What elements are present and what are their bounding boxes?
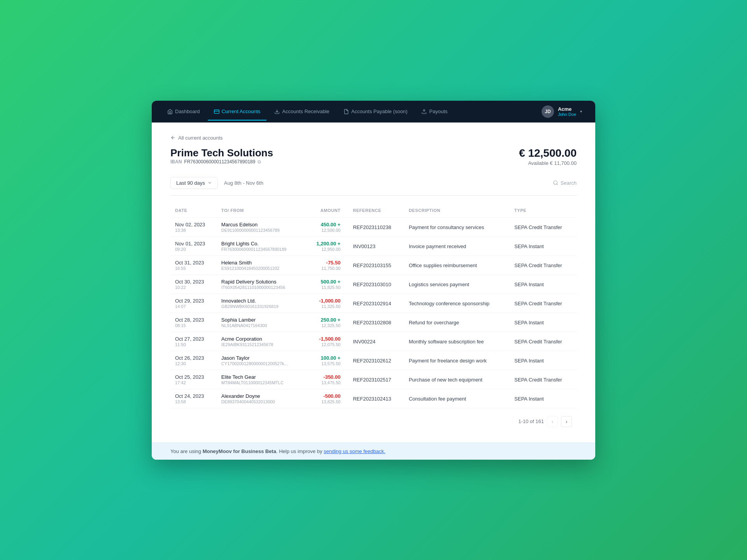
cell-amount: 100.00 + 13,575.50 — [305, 351, 348, 370]
cell-to-from: Helena Smith ES9121000418450200051332 — [217, 256, 305, 275]
date-range-filter[interactable]: Last 90 days — [170, 177, 218, 189]
cell-type: SEPA Credit Transfer — [510, 256, 577, 275]
chevron-down-icon — [207, 180, 212, 185]
user-info: Acme John Doe — [558, 106, 576, 117]
cell-type: SEPA Instant — [510, 236, 577, 256]
cell-description: Invoice payment received — [404, 236, 510, 256]
table-row[interactable]: Oct 29, 2023 14:07 Innovatech Ltd. GB29N… — [170, 294, 577, 313]
cell-reference: REF2023103155 — [348, 256, 404, 275]
cell-amount: -1,000.00 11,325.50 — [305, 294, 348, 313]
nav-items: Dashboard Current Accounts Accounts Rece… — [161, 105, 538, 117]
search-icon — [553, 180, 558, 186]
col-to-from: TO/ FROM — [217, 205, 305, 218]
nav-item-dashboard[interactable]: Dashboard — [161, 105, 206, 117]
download-icon — [274, 109, 280, 114]
account-title: Prime Tech Solutions — [170, 147, 273, 159]
cell-reference: REF2023102808 — [348, 313, 404, 332]
table-row[interactable]: Nov 01, 2023 09:20 Bright Lights Co. FR7… — [170, 236, 577, 256]
cell-description: Logistics services payment — [404, 275, 510, 294]
cell-date: Oct 24, 2023 13:58 — [170, 389, 217, 408]
transactions-table: DATE TO/ FROM AMOUNT REFERENCE DESCRIPTI… — [170, 205, 577, 408]
chevron-down-icon: ▾ — [580, 109, 582, 114]
cell-amount: 1,200.00 + 12,950.00 — [305, 236, 348, 256]
nav-item-payouts[interactable]: Payouts — [415, 105, 454, 117]
cell-date: Oct 27, 2023 11:50 — [170, 332, 217, 351]
cell-reference: INV00224 — [348, 332, 404, 351]
filter-row: Last 90 days Aug 8th - Nov 6th Search — [170, 177, 577, 196]
pagination-label: 1-10 of 161 — [518, 418, 544, 424]
iban-row: IBAN FR7630006000011234567890189 ⧉ — [170, 159, 273, 164]
cell-to-from: Rapid Delivery Solutions IT60X0542811101… — [217, 275, 305, 294]
nav-item-accounts-receivable[interactable]: Accounts Receivable — [268, 105, 335, 117]
col-date: DATE — [170, 205, 217, 218]
user-name: John Doe — [558, 112, 576, 117]
avatar: JD — [542, 105, 554, 118]
home-icon — [167, 109, 173, 114]
cell-amount: 250.00 + 12,325.50 — [305, 313, 348, 332]
user-company: Acme — [558, 106, 576, 112]
user-menu[interactable]: JD Acme John Doe ▾ — [538, 103, 586, 120]
cell-reference: REF2023103010 — [348, 275, 404, 294]
balance-amount: € 12,500.00 — [519, 147, 577, 159]
svg-point-5 — [554, 181, 557, 184]
table-row[interactable]: Oct 26, 2023 12:30 Jason Taylor CY170020… — [170, 351, 577, 370]
cell-date: Nov 01, 2023 09:20 — [170, 236, 217, 256]
cell-reference: REF2023102517 — [348, 370, 404, 389]
nav-item-accounts-payable[interactable]: Accounts Payable (soon) — [337, 105, 414, 117]
copy-icon[interactable]: ⧉ — [258, 159, 261, 164]
search-box[interactable]: Search — [553, 180, 577, 186]
cell-amount: -350.00 13,475.50 — [305, 370, 348, 389]
balance-block: € 12,500.00 Available € 11,700.00 — [519, 147, 577, 166]
cell-date: Oct 29, 2023 14:07 — [170, 294, 217, 313]
credit-card-icon — [214, 109, 219, 114]
svg-line-6 — [557, 184, 558, 185]
balance-available: Available € 11,700.00 — [519, 160, 577, 166]
cell-amount: -500.00 13,825.50 — [305, 389, 348, 408]
cell-amount: -75.50 11,750.00 — [305, 256, 348, 275]
cell-reference: REF2023102612 — [348, 351, 404, 370]
cell-description: Refund for overcharge — [404, 313, 510, 332]
table-row[interactable]: Oct 28, 2023 08:15 Sophia Lamber NL91ABN… — [170, 313, 577, 332]
page-next-button[interactable]: › — [561, 416, 572, 427]
cell-description: Payment for consultancy services — [404, 217, 510, 236]
cell-date: Oct 31, 2023 16:55 — [170, 256, 217, 275]
feedback-link[interactable]: sending us some feedback. — [324, 448, 385, 454]
upload-icon — [421, 109, 427, 114]
col-reference: REFERENCE — [348, 205, 404, 218]
table-row[interactable]: Oct 24, 2023 13:58 Alexander Doyne DE893… — [170, 389, 577, 408]
iban-label: IBAN — [170, 159, 182, 164]
content-area: All current accounts Prime Tech Solution… — [152, 122, 595, 443]
date-range-display: Aug 8th - Nov 6th — [224, 180, 263, 186]
cell-reference: REF2023110238 — [348, 217, 404, 236]
table-row[interactable]: Oct 27, 2023 11:50 Acme Corporation IE29… — [170, 332, 577, 351]
col-amount: AMOUNT — [305, 205, 348, 218]
cell-to-from: Acme Corporation IE29AIBK93115212345678 — [217, 332, 305, 351]
cell-type: SEPA Credit Transfer — [510, 217, 577, 236]
cell-type: SEPA Credit Transfer — [510, 294, 577, 313]
cell-description: Technology conference sponsorship — [404, 294, 510, 313]
cell-amount: 500.00 + 11,825.50 — [305, 275, 348, 294]
cell-description: Consultation fee payment — [404, 389, 510, 408]
cell-type: SEPA Instant — [510, 275, 577, 294]
cell-type: SEPA Instant — [510, 389, 577, 408]
table-row[interactable]: Oct 30, 2023 10:22 Rapid Delivery Soluti… — [170, 275, 577, 294]
cell-reference: REF2023102413 — [348, 389, 404, 408]
cell-amount: -1,500.00 12,075.50 — [305, 332, 348, 351]
back-link[interactable]: All current accounts — [170, 135, 577, 141]
account-title-block: Prime Tech Solutions IBAN FR763000600001… — [170, 147, 273, 175]
table-row[interactable]: Oct 31, 2023 16:55 Helena Smith ES912100… — [170, 256, 577, 275]
cell-date: Oct 30, 2023 10:22 — [170, 275, 217, 294]
table-row[interactable]: Nov 02, 2023 13:38 Marcus Edelson DE9110… — [170, 217, 577, 236]
table-header: DATE TO/ FROM AMOUNT REFERENCE DESCRIPTI… — [170, 205, 577, 218]
cell-description: Monthly software subscription fee — [404, 332, 510, 351]
table-row[interactable]: Oct 25, 2023 17:42 Elite Tech Gear MT84M… — [170, 370, 577, 389]
cell-to-from: Jason Taylor CY17002001280000001200527k.… — [217, 351, 305, 370]
page-prev-button[interactable]: ‹ — [547, 416, 558, 427]
col-type: TYPE — [510, 205, 577, 218]
cell-to-from: Bright Lights Co. FR76300060000112345678… — [217, 236, 305, 256]
nav-item-current-accounts[interactable]: Current Accounts — [208, 105, 267, 117]
table-body: Nov 02, 2023 13:38 Marcus Edelson DE9110… — [170, 217, 577, 408]
svg-rect-0 — [214, 110, 219, 113]
cell-to-from: Innovatech Ltd. GB29NWBK60161331926819 — [217, 294, 305, 313]
cell-to-from: Elite Tech Gear MT84MALT011000012345MTLC — [217, 370, 305, 389]
